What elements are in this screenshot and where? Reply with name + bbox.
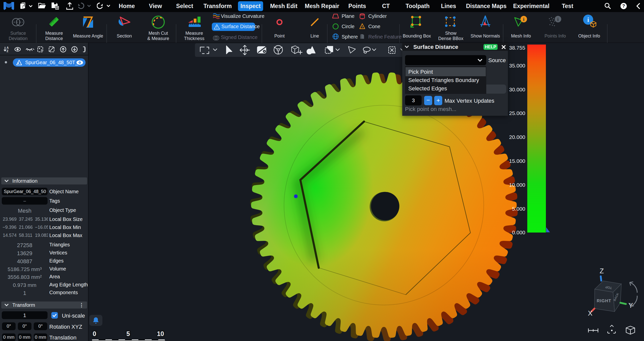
svg-text:A: A [7,46,9,50]
svg-text:i: i [587,16,589,23]
svg-text:Z: Z [7,49,8,53]
svg-text:i: i [523,17,524,22]
svg-text:RIGHT: RIGHT [597,298,611,303]
svg-text:?: ? [622,4,625,9]
svg-text:i: i [557,17,558,22]
svg-text:Z: Z [600,267,604,275]
svg-text:X: X [588,310,592,317]
